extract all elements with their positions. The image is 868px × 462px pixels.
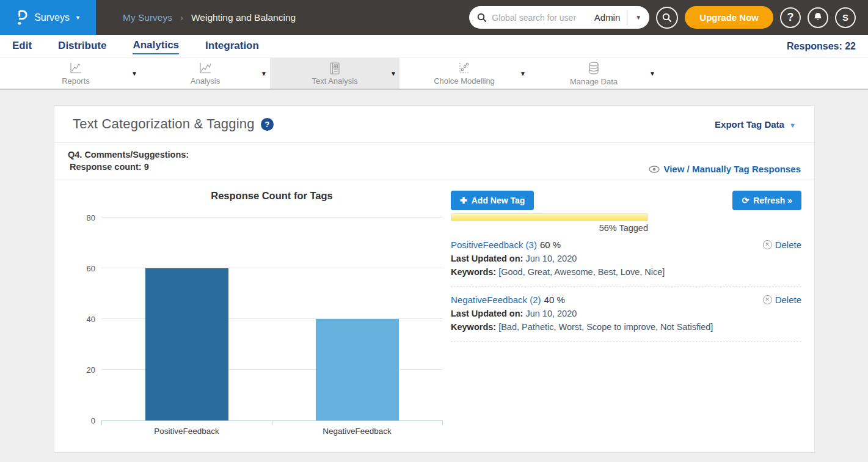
- tag-percent: 60 %: [540, 240, 561, 250]
- bell-icon: [813, 12, 823, 23]
- card-body: Response Count for Tags 020406080Positiv…: [54, 180, 814, 452]
- tag-panel: ✚ Add New Tag ⟳ Refresh » 56% Tagged Pos…: [451, 191, 801, 348]
- tag-last-updated: Last Updated on: Jun 10, 2020: [451, 309, 801, 318]
- breadcrumb: My Surveys › Weighting and Balancing: [123, 12, 296, 23]
- document-grid-icon: [328, 62, 341, 75]
- header-actions: Admin ▼ Upgrade Now ? S: [469, 6, 868, 29]
- refresh-button[interactable]: ⟳ Refresh »: [732, 191, 801, 210]
- tag-name-link[interactable]: PositiveFeedback (3): [451, 240, 537, 250]
- tagged-percent-label: 56% Tagged: [451, 223, 648, 233]
- product-name: Surveys: [34, 12, 70, 23]
- nav-item-edit[interactable]: Edit: [12, 38, 32, 54]
- response-count-chart: Response Count for Tags 020406080Positiv…: [101, 190, 442, 421]
- question-mark-icon: ?: [787, 11, 794, 24]
- chevron-down-icon: ▼: [789, 122, 796, 129]
- view-manually-tag-link[interactable]: View / Manually Tag Responses: [649, 164, 801, 174]
- help-button[interactable]: ?: [780, 7, 801, 28]
- delete-tag-button[interactable]: ✕ Delete: [763, 240, 801, 250]
- page-title: Text Categorization & Tagging: [73, 116, 255, 132]
- upgrade-now-button[interactable]: Upgrade Now: [685, 6, 773, 29]
- tagged-progress-fill: [451, 214, 647, 221]
- tab-choice-modelling[interactable]: Choice Modelling ▼: [399, 58, 529, 89]
- search-icon: [477, 13, 487, 23]
- refresh-icon: ⟳: [742, 196, 749, 205]
- add-new-tag-button[interactable]: ✚ Add New Tag: [451, 191, 534, 210]
- global-search-input[interactable]: [492, 13, 587, 23]
- tag-keywords: Keywords: [Bad, Pathetic, Worst, Scope t…: [451, 322, 801, 332]
- gridline: [101, 217, 442, 218]
- card-header: Text Categorization & Tagging ? Export T…: [54, 106, 814, 143]
- chart-plot: 020406080PositiveFeedbackNegativeFeedbac…: [101, 218, 442, 421]
- chevron-down-icon[interactable]: ▼: [520, 70, 526, 77]
- tag-row: PositiveFeedback (3) 60 % ✕ Delete Last …: [451, 238, 801, 279]
- y-axis-tick-label: 20: [71, 365, 95, 375]
- question-section: Q4. Comments/Suggestions: Response count…: [54, 143, 814, 180]
- question-info: Q4. Comments/Suggestions: Response count…: [68, 148, 189, 180]
- chevron-down-icon[interactable]: ▼: [131, 70, 137, 77]
- notifications-button[interactable]: [808, 7, 828, 28]
- x-axis-tick: [272, 420, 272, 425]
- chevron-down-icon[interactable]: ▼: [261, 70, 267, 77]
- tag-row: NegativeFeedback (2) 40 % ✕ Delete Last …: [451, 293, 801, 334]
- chevron-right-icon: ›: [180, 12, 183, 23]
- tag-name-link[interactable]: NegativeFeedback (2): [451, 295, 541, 305]
- tag-keywords: Keywords: [Good, Great, Awesome, Best, L…: [451, 267, 801, 277]
- tab-analysis[interactable]: Analysis ▼: [140, 58, 270, 89]
- x-axis-tick: [442, 420, 443, 425]
- plus-icon: ✚: [460, 196, 467, 205]
- nav-item-analytics[interactable]: Analytics: [133, 38, 179, 54]
- breadcrumb-survey-name: Weighting and Balancing: [191, 12, 296, 23]
- line-chart-icon: [68, 62, 83, 75]
- tab-text-analysis[interactable]: Text Analysis ▼: [270, 58, 399, 89]
- avatar[interactable]: S: [835, 7, 856, 28]
- eye-icon: [649, 166, 660, 173]
- survey-nav: Edit Distribute Analytics Integration Re…: [0, 35, 868, 58]
- response-count: Response count: 9: [68, 161, 189, 173]
- quick-search-button[interactable]: [656, 7, 678, 29]
- nav-item-integration[interactable]: Integration: [205, 38, 259, 54]
- question-title: Q4. Comments/Suggestions:: [68, 148, 189, 161]
- trend-chart-icon: [198, 62, 213, 75]
- tab-manage-data[interactable]: Manage Data ▼: [529, 58, 658, 89]
- top-header: Surveys ▼ My Surveys › Weighting and Bal…: [0, 0, 868, 35]
- nav-item-distribute[interactable]: Distribute: [58, 38, 106, 54]
- scatter-chart-icon: [457, 62, 472, 75]
- divider: [451, 287, 801, 287]
- tag-actions: ✚ Add New Tag ⟳ Refresh »: [451, 191, 801, 210]
- chevron-down-icon[interactable]: ▼: [390, 70, 396, 77]
- x-axis-category-label: PositiveFeedback: [126, 427, 248, 436]
- tag-percent: 40 %: [544, 295, 565, 305]
- x-axis-category-label: NegativeFeedback: [296, 427, 418, 436]
- tag-last-updated: Last Updated on: Jun 10, 2020: [451, 254, 801, 263]
- tagged-progress-bar: [451, 213, 648, 221]
- y-axis-tick-label: 0: [71, 416, 95, 425]
- circle-x-icon: ✕: [763, 295, 772, 304]
- chart-title: Response Count for Tags: [101, 190, 442, 202]
- surveys-product-dropdown[interactable]: Surveys ▼: [0, 0, 96, 35]
- avatar-initial: S: [842, 12, 848, 23]
- y-axis-tick-label: 80: [71, 213, 95, 222]
- search-icon: [662, 13, 672, 23]
- y-axis-tick-label: 40: [71, 315, 95, 324]
- analytics-tabstrip: Reports ▼ Analysis ▼ Text Analysis ▼: [0, 58, 868, 90]
- x-axis-tick: [101, 420, 102, 425]
- search-scope-value: Admin: [588, 12, 627, 23]
- chevron-down-icon: ▼: [75, 15, 81, 21]
- y-axis-tick-label: 60: [71, 264, 95, 273]
- questionpro-logo: [15, 9, 29, 26]
- help-icon[interactable]: ?: [261, 118, 274, 131]
- bar-NegativeFeedback[interactable]: [316, 319, 399, 420]
- chevron-down-icon[interactable]: ▼: [649, 70, 655, 77]
- export-tag-data-dropdown[interactable]: Export Tag Data ▼: [715, 119, 796, 130]
- tab-reports[interactable]: Reports ▼: [11, 58, 140, 89]
- breadcrumb-my-surveys[interactable]: My Surveys: [123, 12, 172, 23]
- page-content: Text Categorization & Tagging ? Export T…: [0, 105, 868, 462]
- database-icon: [586, 61, 601, 76]
- circle-x-icon: ✕: [763, 240, 772, 249]
- search-scope-dropdown[interactable]: ▼: [627, 14, 649, 21]
- delete-tag-button[interactable]: ✕ Delete: [763, 295, 801, 305]
- responses-count: Responses: 22: [787, 41, 856, 52]
- global-search: Admin ▼: [469, 6, 649, 29]
- divider: [451, 342, 801, 342]
- bar-PositiveFeedback[interactable]: [145, 268, 228, 420]
